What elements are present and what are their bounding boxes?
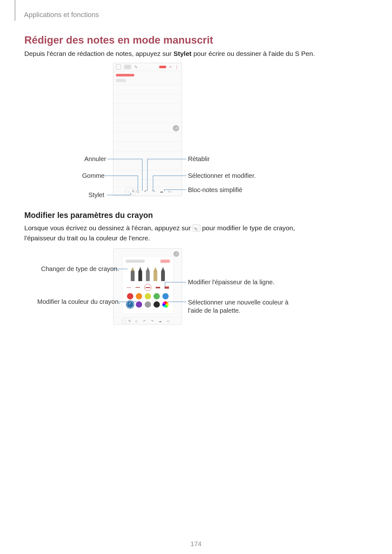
redo-icon: ↷ [150, 319, 154, 323]
leader [147, 159, 186, 159]
page-title: Rédiger des notes en mode manuscrit [24, 34, 213, 46]
margin-bar [15, 0, 15, 21]
expand-icon: ↗ [173, 125, 179, 131]
editor-toolbar: ⋮⋮ ✎ ◇ ↶ ↷ ☁ ▭ [113, 317, 182, 324]
leader [107, 159, 142, 159]
save-badge [159, 66, 166, 68]
subsection-paragraph: Lorsque vous écrivez ou dessinez à l'écr… [24, 223, 324, 243]
toolbar-pill: ⋮⋮ ✎ [122, 318, 132, 324]
leader [167, 302, 186, 302]
callout-bloc: Bloc-notes simplifié [188, 186, 242, 194]
section-header: Applications et fonctions [24, 11, 99, 19]
leader [107, 195, 130, 195]
pen-type-5 [160, 267, 166, 281]
pen-icon: ✎ [128, 314, 131, 328]
page-number: 174 [0, 540, 392, 548]
leader [138, 176, 138, 191]
simple-note-icon: ▭ [167, 189, 172, 194]
callout-pen-color: Modifier la couleur du crayon. [37, 298, 120, 305]
thickness-row [123, 284, 173, 291]
pen-settings-panel [122, 256, 173, 314]
more-icon: ⋮ [175, 65, 179, 69]
eraser-icon: ◇ [134, 319, 139, 323]
simple-note-icon: ▭ [166, 319, 170, 323]
callout-select: Sélectionner et modifier. [188, 172, 256, 179]
attach-icon: 𝄐 [169, 64, 172, 69]
callout-palette: Sélectionner une nouvelle couleur à l'ai… [188, 298, 295, 315]
undo-icon: ↶ [142, 319, 147, 323]
title-redacted [116, 74, 134, 76]
leader [118, 302, 136, 302]
panel-title-redacted [126, 260, 145, 263]
color-swatch [136, 301, 142, 308]
leader [165, 282, 165, 286]
callout-thickness: Modifier l'épaisseur de la ligne. [188, 279, 274, 286]
color-swatch [154, 301, 160, 308]
color-swatch [136, 293, 142, 299]
pen-type-3 [145, 267, 150, 281]
pen-type-row [123, 265, 173, 281]
thickness-1 [127, 287, 131, 288]
thickness-3-selected [144, 284, 151, 291]
lasso-icon: ☁ [159, 189, 164, 194]
text: Depuis l'écran de rédaction de notes, ap… [24, 50, 173, 57]
pen-settings-figure: ↗ ⋮⋮ [113, 248, 182, 325]
note-editor-figure: ✎ 𝄐 ⋮ ↗ ⋮⋮ ✎ ◇ ↶ ↷ ☁ ▭ [113, 63, 182, 196]
color-swatch [145, 293, 151, 299]
color-swatch [127, 301, 133, 308]
pen-type-4 [153, 267, 158, 281]
callout-gomme: Gomme [82, 172, 105, 179]
color-swatch [145, 301, 151, 308]
leader [142, 159, 142, 191]
leader [164, 190, 165, 191]
leader [105, 176, 138, 176]
pen-type-2 [138, 267, 143, 281]
callout-annuler: Annuler [84, 155, 106, 163]
blurred-tab [124, 65, 131, 69]
pen-settings-inline-icon [193, 224, 200, 232]
text: Lorsque vous écrivez ou dessinez à l'écr… [24, 224, 193, 232]
text-bold: Stylet [173, 50, 191, 57]
panel-action-redacted [160, 260, 170, 263]
leader [147, 159, 148, 191]
color-swatch [127, 293, 133, 299]
expand-icon: ↗ [173, 251, 179, 257]
redo-icon: ↷ [151, 189, 156, 194]
keyboard-icon [116, 64, 121, 69]
leader [153, 176, 153, 191]
callout-pen-type: Changer de type de crayon. [41, 265, 119, 273]
handle-icon: ⋮⋮ [122, 319, 126, 323]
color-swatch [162, 293, 169, 299]
leader [165, 282, 186, 282]
text: pour écrire ou dessiner à l'aide du S Pe… [191, 50, 315, 57]
pen-mode-icon: ✎ [134, 65, 138, 69]
thickness-4 [156, 287, 160, 288]
subsection-title: Modifier les paramètres du crayon [24, 211, 153, 220]
pen-type-1 [130, 267, 135, 281]
thickness-2 [136, 287, 140, 288]
lasso-icon: ☁ [158, 319, 162, 323]
leader [153, 176, 186, 176]
editor-topbar: ✎ 𝄐 ⋮ [113, 63, 182, 71]
thickness-5 [165, 286, 169, 289]
color-picker-swatch [162, 301, 169, 308]
color-swatch [154, 293, 160, 299]
leader [130, 193, 131, 195]
callout-stylet: Stylet [88, 191, 104, 199]
handle-icon: ⋮⋮ [125, 189, 130, 194]
intro-paragraph: Depuis l'écran de rédaction de notes, ap… [24, 49, 315, 58]
subtitle-redacted [116, 79, 126, 82]
leader [112, 269, 128, 269]
callout-retablir: Rétablir [188, 155, 210, 163]
editor-toolbar: ⋮⋮ ✎ ◇ ↶ ↷ ☁ ▭ [113, 187, 182, 196]
leader [164, 190, 186, 190]
pen-icon: ✎ [131, 184, 136, 199]
color-grid [123, 293, 173, 308]
